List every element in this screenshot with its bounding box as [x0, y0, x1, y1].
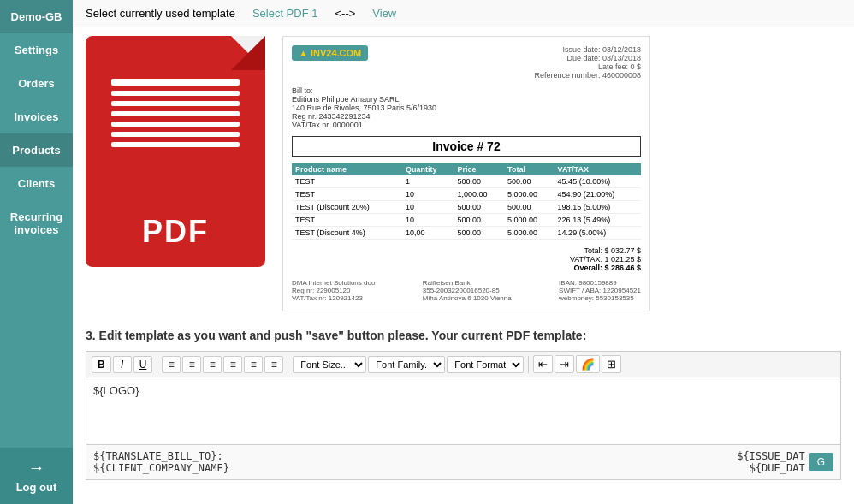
- inv-footer: DMA Internet Solutions doo Reg nr: 22900…: [292, 279, 641, 302]
- footer-left-vars: ${TRANSLATE_BILL_TO}: ${CLIENT_COMPANY_N…: [93, 450, 229, 474]
- toolbar-sep-3: [528, 356, 529, 373]
- toolbar-sep-1: [157, 356, 157, 373]
- view-link[interactable]: View: [372, 7, 396, 20]
- toolbar-sep-2: [288, 356, 288, 373]
- align-left-button[interactable]: ≡: [162, 356, 181, 373]
- table-row: TEST1500.00500.0045.45 (10.00%): [292, 175, 641, 188]
- justify-button[interactable]: ≡: [223, 356, 242, 373]
- sidebar-item-orders[interactable]: Orders: [0, 67, 73, 100]
- doc-line: [111, 132, 240, 137]
- col-product: Product name: [292, 163, 402, 175]
- pdf-label: PDF: [142, 214, 209, 250]
- font-format-select[interactable]: Font Format: [447, 356, 524, 373]
- select-pdf-link[interactable]: Select PDF 1: [252, 7, 318, 20]
- table-row: TEST10500.005,000.00226.13 (5.49%): [292, 214, 641, 227]
- inv-totals: Total: $ 032.77 $ VAT/TAX: 1 021.25 $ Ov…: [292, 246, 641, 272]
- font-family-select[interactable]: Font Family.: [368, 356, 445, 373]
- inv-title: Invoice # 72: [292, 136, 641, 157]
- doc-line: [111, 101, 240, 106]
- editor-toolbar: B I U ≡ ≡ ≡ ≡ ≡ ≡ Font Size... Font Fami…: [86, 351, 841, 377]
- table-row: TEST (Discount 4%)10,00500.005,000.0014.…: [292, 227, 641, 240]
- step3-label: 3. Edit template as you want and push "s…: [86, 329, 841, 342]
- image-button[interactable]: 🌈: [576, 355, 600, 373]
- pdf-icon: PDF: [86, 36, 265, 267]
- pdf-icon-container: PDF: [86, 36, 265, 311]
- list-ul-button[interactable]: ≡: [264, 356, 283, 373]
- sidebar-bottom: → Log out: [0, 448, 73, 504]
- table-button[interactable]: ⊞: [602, 355, 621, 373]
- sidebar: Demo-GB Settings Orders Invoices Product…: [0, 0, 73, 504]
- sidebar-item-demo-gb[interactable]: Demo-GB: [0, 0, 73, 33]
- doc-line: [111, 79, 240, 86]
- font-size-select[interactable]: Font Size...: [293, 356, 366, 373]
- doc-line: [111, 142, 240, 147]
- pdf-preview-section: PDF ▲ INV24.COM Issue date: 03/12/2018 D…: [86, 36, 841, 311]
- footer-right: ${ISSUE_DAT ${DUE_DAT G: [737, 450, 833, 474]
- footer-bar: ${TRANSLATE_BILL_TO}: ${CLIENT_COMPANY_N…: [86, 445, 841, 480]
- save-button[interactable]: G: [809, 453, 833, 471]
- table-row: TEST (Discount 20%)10500.00500.00198.15 …: [292, 201, 641, 214]
- select-template-label: Select currently used template: [86, 7, 235, 20]
- doc-line: [111, 122, 240, 127]
- sidebar-item-invoices[interactable]: Invoices: [0, 100, 73, 133]
- content-area: PDF ▲ INV24.COM Issue date: 03/12/2018 D…: [73, 27, 854, 489]
- inv-logo: ▲ INV24.COM: [292, 45, 368, 61]
- inv-from: Bill to: Editions Philippe Amaury SARL 1…: [292, 86, 641, 129]
- col-price: Price: [454, 163, 505, 175]
- sidebar-item-recurring[interactable]: Recurring invoices: [0, 200, 73, 246]
- sidebar-item-settings[interactable]: Settings: [0, 33, 73, 67]
- indent-left-button[interactable]: ⇤: [533, 355, 553, 373]
- footer-right-vars: ${ISSUE_DAT ${DUE_DAT: [737, 450, 804, 474]
- table-header-row: Product name Quantity Price Total VAT/TA…: [292, 163, 641, 175]
- inv-details: Issue date: 03/12/2018 Due date: 03/13/2…: [534, 45, 641, 80]
- table-row: TEST101,000.005,000.00454.90 (21.00%): [292, 188, 641, 201]
- align-right-button[interactable]: ≡: [203, 356, 222, 373]
- list-ol-button[interactable]: ≡: [244, 356, 263, 373]
- italic-button[interactable]: I: [113, 356, 132, 373]
- sidebar-item-clients[interactable]: Clients: [0, 167, 73, 200]
- indent-right-button[interactable]: ⇥: [555, 355, 574, 373]
- editor-content: ${LOGO}: [93, 384, 139, 397]
- doc-line: [111, 91, 240, 96]
- doc-line: [111, 111, 240, 116]
- top-bar: Select currently used template Select PD…: [73, 0, 854, 27]
- sidebar-item-products[interactable]: Products: [0, 133, 73, 167]
- logout-icon: →: [28, 458, 45, 477]
- underline-button[interactable]: U: [133, 356, 153, 373]
- inv-header: ▲ INV24.COM Issue date: 03/12/2018 Due d…: [292, 45, 641, 80]
- logout-button[interactable]: → Log out: [0, 448, 73, 504]
- col-vat: VAT/TAX: [555, 163, 641, 175]
- arrow-label: <-->: [335, 7, 355, 20]
- invoice-preview: ▲ INV24.COM Issue date: 03/12/2018 Due d…: [282, 36, 650, 311]
- inv-table: Product name Quantity Price Total VAT/TA…: [292, 163, 641, 240]
- bold-button[interactable]: B: [92, 356, 111, 373]
- editor-area[interactable]: ${LOGO}: [86, 377, 841, 445]
- main-content: Select currently used template Select PD…: [73, 0, 854, 504]
- col-total: Total: [504, 163, 555, 175]
- col-qty: Quantity: [402, 163, 454, 175]
- align-center-button[interactable]: ≡: [182, 356, 201, 373]
- pdf-doc-lines: [111, 79, 240, 152]
